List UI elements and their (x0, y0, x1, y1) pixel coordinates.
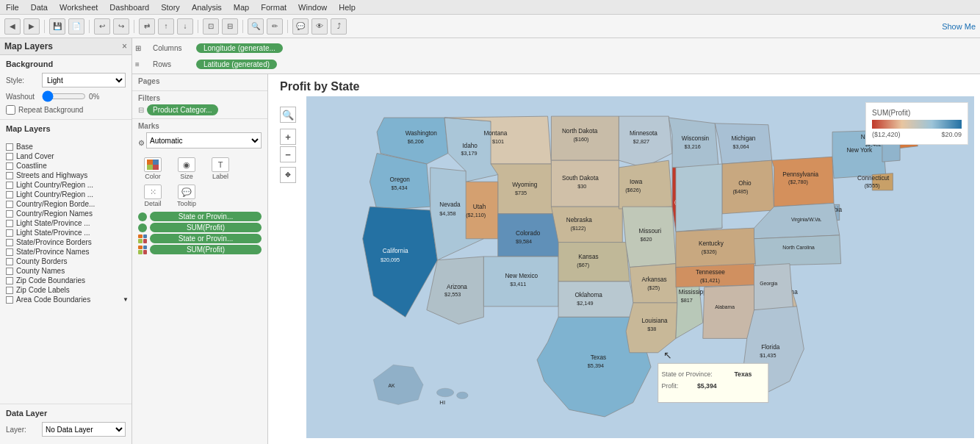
data-layer-select[interactable]: No Data Layer (42, 422, 126, 437)
svg-text:$101: $101 (492, 138, 504, 145)
layer-checkbox-cb[interactable] (6, 258, 13, 265)
layer-checkbox-zl[interactable] (6, 287, 13, 294)
svg-text:Iowa: Iowa (630, 179, 643, 185)
layer-checkbox-base[interactable] (6, 143, 13, 151)
menu-story[interactable]: Story (161, 3, 180, 12)
marks-detail-btn[interactable]: ⁙ Detail (138, 185, 167, 207)
layer-item-land-cover[interactable]: Land Cover (0, 151, 131, 161)
marks-pill-sum2[interactable]: SUM(Profit) (150, 245, 262, 254)
svg-text:Washington: Washington (406, 130, 438, 137)
toolbar-sort-desc[interactable]: ↓ (177, 18, 193, 35)
toolbar-undo[interactable]: ↩ (94, 18, 110, 35)
layer-item-base[interactable]: Base (0, 142, 131, 151)
toolbar-fix-rows[interactable]: ⊟ (222, 18, 238, 35)
layer-item-zip-boundaries[interactable]: Zip Code Boundaries (0, 276, 131, 285)
layer-checkbox-cn[interactable] (6, 268, 13, 275)
toolbar-view[interactable]: 👁 (311, 18, 328, 35)
columns-pill[interactable]: Longitude (generate... (196, 43, 283, 53)
svg-point-128 (457, 392, 469, 398)
map-zoom-out-btn[interactable]: − (280, 146, 296, 162)
map-zoom-in-btn[interactable]: + (280, 129, 296, 145)
menu-file[interactable]: File (6, 3, 19, 12)
sidebar-close-button[interactable]: × (122, 41, 127, 51)
map-pan-btn[interactable]: ✥ (280, 167, 296, 183)
layer-item-lsp2[interactable]: Light State/Province ... (0, 228, 131, 237)
svg-text:California: California (383, 248, 408, 254)
layer-checkbox-lsp2[interactable] (6, 229, 13, 237)
layer-item-zip-labels[interactable]: Zip Code Labels (0, 285, 131, 295)
layer-checkbox-lsp1[interactable] (6, 220, 13, 227)
layer-checkbox-coast[interactable] (6, 162, 13, 170)
menu-dashboard[interactable]: Dashboard (109, 3, 149, 12)
layer-item-cr-names[interactable]: Country/Region Names (0, 209, 131, 218)
filter-product-category[interactable]: Product Categor... (147, 104, 218, 115)
layer-item-county-names[interactable]: County Names (0, 266, 131, 276)
marks-pill-sum[interactable]: SUM(Profit) (150, 223, 262, 232)
washout-row: Washout 0% (6, 90, 126, 102)
layer-item-light-country2[interactable]: Light Country/Region ... (0, 190, 131, 199)
marks-pill-state2[interactable]: State or Provin... (150, 234, 262, 243)
layer-checkbox-lc2[interactable] (6, 191, 13, 198)
menu-data[interactable]: Data (31, 3, 48, 12)
menu-map[interactable]: Map (234, 3, 249, 12)
layer-item-area-code[interactable]: Area Code Boundaries ▼ (0, 295, 131, 304)
map-search-btn[interactable]: 🔍 (280, 107, 296, 123)
layer-checkbox-streets[interactable] (6, 172, 13, 179)
layer-label-cb: County Borders (16, 257, 67, 265)
layer-checkbox-spb[interactable] (6, 239, 13, 246)
layer-item-sp-borders[interactable]: State/Province Borders (0, 237, 131, 247)
menu-window[interactable]: Window (298, 3, 327, 12)
layer-checkbox-lc1[interactable] (6, 182, 13, 189)
label-symbol: T (212, 157, 229, 172)
layer-checkbox-spn[interactable] (6, 248, 13, 256)
layer-checkbox-land[interactable] (6, 153, 13, 160)
toolbar-forward[interactable]: ▶ (24, 18, 40, 35)
svg-text:Missouri: Missouri (639, 228, 662, 234)
layer-item-lsp1[interactable]: Light State/Province ... (0, 218, 131, 228)
marks-tooltip-btn[interactable]: 💬 Tooltip (172, 185, 201, 207)
toolbar-annotate[interactable]: ✏ (267, 18, 283, 35)
toolbar-share[interactable]: ⤴ (331, 18, 347, 35)
menu-help[interactable]: Help (339, 3, 356, 12)
layer-scroll-down[interactable]: ▼ (123, 296, 129, 303)
layer-item-light-country1[interactable]: Light Country/Region ... (0, 180, 131, 190)
toolbar-tooltip[interactable]: 💬 (292, 18, 309, 35)
washout-slider[interactable] (42, 90, 86, 102)
repeat-background-checkbox[interactable] (6, 105, 15, 115)
layer-checkbox-ac[interactable] (6, 296, 13, 304)
marks-size-btn[interactable]: ◉ Size (172, 157, 201, 180)
toolbar-sort-asc[interactable]: ↑ (158, 18, 174, 35)
layer-checkbox-crn[interactable] (6, 210, 13, 218)
toolbar-redo[interactable]: ↪ (113, 18, 129, 35)
layer-item-county-borders[interactable]: County Borders (0, 257, 131, 266)
menu-worksheet[interactable]: Worksheet (60, 3, 98, 12)
menu-analysis[interactable]: Analysis (192, 3, 222, 12)
layer-label-cn: County Names (16, 267, 65, 275)
marks-type-select[interactable]: Automatic Bar Line (146, 132, 262, 148)
layer-item-coastline[interactable]: Coastline (0, 161, 131, 171)
toolbar-back[interactable]: ◀ (4, 18, 21, 35)
toolbar-save[interactable]: 💾 (49, 18, 65, 35)
menu-format[interactable]: Format (261, 3, 287, 12)
layer-checkbox-crb[interactable] (6, 201, 13, 208)
map-layers-section: Map Layers Base Land Cover Coastline (0, 120, 131, 404)
marks-color-btn[interactable]: Color (138, 157, 167, 180)
show-me-button[interactable]: Show Me (942, 22, 976, 31)
layer-item-streets[interactable]: Streets and Highways (0, 171, 131, 180)
svg-marker-50 (558, 282, 637, 317)
toolbar-new[interactable]: 📄 (68, 18, 84, 35)
rows-pill[interactable]: Latitude (generated) (196, 60, 277, 69)
sidebar-title: Map Layers (4, 41, 53, 51)
svg-text:New York: New York (846, 147, 873, 154)
toolbar-swap[interactable]: ⇄ (139, 18, 155, 35)
toolbar-highlight[interactable]: 🔍 (248, 18, 264, 35)
marks-label-btn[interactable]: T Label (206, 157, 235, 180)
style-select[interactable]: Light None Normal Dark (42, 73, 126, 87)
layer-checkbox-zb[interactable] (6, 277, 13, 284)
marks-pill-state[interactable]: State or Provin... (150, 212, 262, 221)
toolbar-fit-width[interactable]: ⊡ (203, 18, 219, 35)
layer-item-sp-names[interactable]: State/Province Names (0, 247, 131, 257)
layer-item-cr-borders[interactable]: Country/Region Borde... (0, 199, 131, 209)
detail-symbol: ⁙ (144, 185, 162, 199)
svg-text:($2,110): ($2,110) (466, 212, 486, 218)
